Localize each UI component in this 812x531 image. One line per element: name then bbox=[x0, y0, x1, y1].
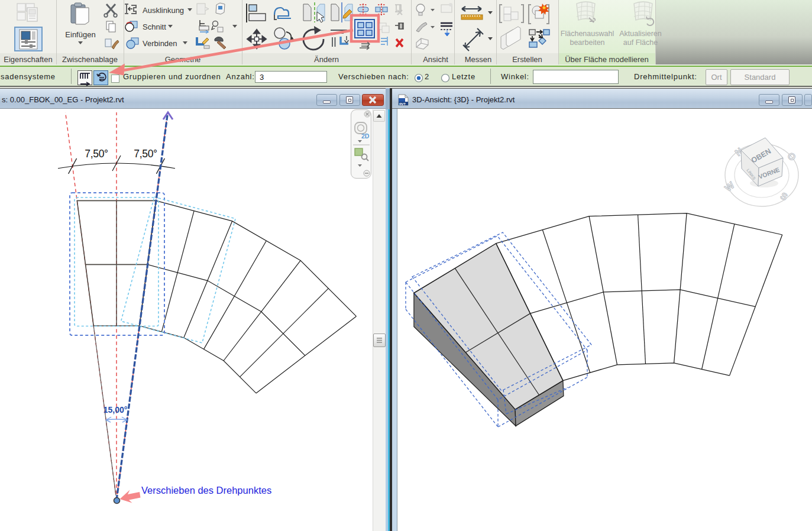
svg-text:7,50°: 7,50° bbox=[134, 148, 157, 160]
svg-text:15,00°: 15,00° bbox=[103, 405, 128, 415]
svg-text:S: S bbox=[779, 190, 790, 202]
svg-text:W: W bbox=[723, 180, 736, 193]
svg-text:Verschieben des Drehpunktes: Verschieben des Drehpunktes bbox=[141, 485, 271, 496]
svg-text:7,50°: 7,50° bbox=[85, 148, 108, 160]
svg-text:RVT: RVT bbox=[399, 102, 406, 106]
svg-text:2D: 2D bbox=[361, 132, 370, 140]
